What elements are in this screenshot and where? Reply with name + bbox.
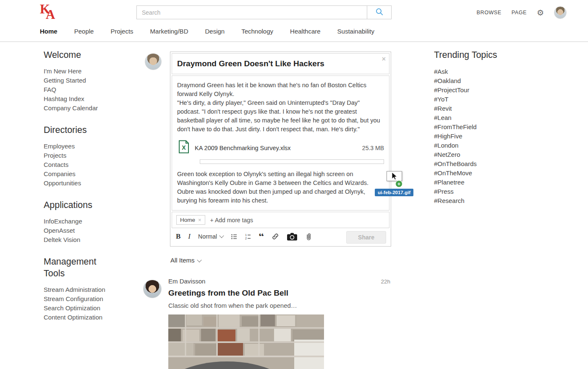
sidebar-item-hashtag-index[interactable]: Hashtag Index <box>44 94 142 104</box>
tag-remove-icon[interactable]: × <box>198 217 201 223</box>
composer-paragraph: "He's dirty, a dirty player," Green said… <box>177 99 384 134</box>
trending-topic[interactable]: #Research <box>434 196 560 205</box>
trending-topic[interactable]: #ProjectTour <box>434 86 560 95</box>
trending-topic[interactable]: #HighFive <box>434 132 560 141</box>
sidebar-item-projects[interactable]: Projects <box>44 151 142 160</box>
page: K A BROWSE PAGE ⚙ Home People Projects M… <box>0 0 588 369</box>
user-avatar[interactable] <box>554 6 567 19</box>
close-icon[interactable]: × <box>382 56 386 62</box>
add-file-plus-icon: + <box>395 180 402 187</box>
composer-toolbar: B I Normal 12 “ Share <box>172 228 389 245</box>
trending-topic[interactable]: #FromTheField <box>434 122 560 132</box>
paperclip-icon[interactable] <box>305 233 312 241</box>
search-button[interactable] <box>367 6 391 19</box>
post-photo[interactable] <box>168 314 324 369</box>
camera-icon[interactable] <box>287 233 298 241</box>
nav-item-sustainability[interactable]: Sustainability <box>337 28 374 35</box>
sidebar-section-directories: Employees Projects Contacts Companies Op… <box>44 142 142 188</box>
sidebar-heading-management-tools: Management Tools <box>44 256 111 280</box>
sidebar-item-stream-configuration[interactable]: Stream Configuration <box>44 294 142 304</box>
trending-topic[interactable]: #Planetree <box>434 178 560 187</box>
bullet-list-icon[interactable] <box>231 234 237 240</box>
left-sidebar: Welcome I'm New Here Getting Started FAQ… <box>44 49 142 334</box>
post-timestamp: 22h <box>381 278 390 285</box>
tag-chip-home[interactable]: Home × <box>176 215 205 225</box>
format-dropdown[interactable]: Normal <box>198 233 223 240</box>
sidebar-item-content-optimization[interactable]: Content Optimization <box>44 313 142 322</box>
drag-filename-label: ui-feb-2017.gif <box>375 189 413 196</box>
sidebar-item-opportunities[interactable]: Opportunities <box>44 179 142 188</box>
file-attachment: X KA 2009 Benchmarking Survey.xlsx 25.3 … <box>178 140 384 164</box>
nav-item-people[interactable]: People <box>74 28 94 35</box>
nav-item-projects[interactable]: Projects <box>110 28 133 35</box>
sidebar-item-search-optimization[interactable]: Search Optimization <box>44 304 142 313</box>
blockquote-icon[interactable]: “ <box>259 234 264 239</box>
nav-item-home[interactable]: Home <box>40 28 57 35</box>
share-button[interactable]: Share <box>346 231 386 244</box>
feed-filter-label: All Items <box>170 257 195 264</box>
trending-topic[interactable]: #YoT <box>434 95 560 104</box>
sidebar-heading-welcome: Welcome <box>44 49 111 61</box>
post-title[interactable]: Greetings from the Old Pac Bell <box>168 288 390 298</box>
trending-topic[interactable]: #Revit <box>434 104 560 113</box>
composer-title-field[interactable]: Draymond Green Doesn't Like Hackers × <box>172 53 389 74</box>
top-header: K A BROWSE PAGE ⚙ Home People Projects M… <box>0 0 588 42</box>
page-menu[interactable]: PAGE <box>512 10 527 16</box>
trending-topic[interactable]: #Oakland <box>434 76 560 86</box>
svg-text:1: 1 <box>245 234 247 236</box>
search-input[interactable] <box>137 6 367 19</box>
browse-menu[interactable]: BROWSE <box>477 10 502 16</box>
tag-label: Home <box>180 217 195 223</box>
trending-topic[interactable]: #OnTheMove <box>434 169 560 178</box>
trending-topics-panel: Trending Topics #Ask #Oakland #ProjectTo… <box>434 49 560 205</box>
attachment-filename[interactable]: KA 2009 Benchmarking Survey.xlsx <box>195 144 291 153</box>
composer-tags-row: Home × + Add more tags <box>172 212 389 228</box>
trending-topic[interactable]: #London <box>434 141 560 150</box>
sidebar-item-im-new-here[interactable]: I'm New Here <box>44 67 142 76</box>
composer-paragraph: Draymond Green has let it be known that … <box>177 81 384 99</box>
svg-text:2: 2 <box>245 237 247 240</box>
bold-button[interactable]: B <box>176 232 180 241</box>
nav-item-marketing-bd[interactable]: Marketing/BD <box>150 28 188 35</box>
sidebar-item-employees[interactable]: Employees <box>44 142 142 151</box>
trending-topic[interactable]: #NetZero <box>434 150 560 159</box>
post-composer: Draymond Green Doesn't Like Hackers × Dr… <box>170 52 391 247</box>
upload-progress-bar <box>200 159 384 164</box>
sidebar-item-companies[interactable]: Companies <box>44 169 142 179</box>
sidebar-item-deltek-vision[interactable]: Deltek Vision <box>44 235 142 244</box>
trending-topic[interactable]: #OnTheBoards <box>434 159 560 169</box>
link-icon[interactable] <box>272 233 279 240</box>
composer-avatar[interactable] <box>145 53 162 70</box>
feed-filter-dropdown[interactable]: All Items <box>170 257 201 264</box>
sidebar-item-stream-administration[interactable]: Stream Administration <box>44 285 142 294</box>
sidebar-heading-directories: Directories <box>44 125 111 136</box>
post-header: Em Davisson 22h <box>168 278 390 285</box>
gear-icon[interactable]: ⚙ <box>537 9 544 17</box>
post-author-name[interactable]: Em Davisson <box>168 278 205 285</box>
attachment-filesize: 25.3 MB <box>362 144 384 153</box>
italic-button[interactable]: I <box>188 232 191 241</box>
post-author-avatar[interactable] <box>143 280 162 298</box>
trending-title: Trending Topics <box>434 49 560 61</box>
chevron-down-icon <box>197 257 201 262</box>
trending-topics-list: #Ask #Oakland #ProjectTour #YoT #Revit #… <box>434 67 560 205</box>
add-tags-button[interactable]: + Add more tags <box>210 217 253 223</box>
sidebar-section-applications: InfoExchange OpenAsset Deltek Vision <box>44 217 142 244</box>
sidebar-item-infoexchange[interactable]: InfoExchange <box>44 217 142 226</box>
trending-topic[interactable]: #Ask <box>434 67 560 76</box>
sidebar-item-faq[interactable]: FAQ <box>44 85 142 94</box>
trending-topic[interactable]: #Lean <box>434 113 560 122</box>
trending-topic[interactable]: #Press <box>434 187 560 196</box>
sidebar-item-contacts[interactable]: Contacts <box>44 160 142 169</box>
nav-item-technology[interactable]: Technology <box>241 28 273 35</box>
search-icon <box>375 8 384 17</box>
nav-item-design[interactable]: Design <box>205 28 225 35</box>
company-logo[interactable]: K A <box>40 2 57 23</box>
sidebar-item-company-calendar[interactable]: Company Calendar <box>44 104 142 113</box>
sidebar-heading-applications: Applications <box>44 200 111 211</box>
sidebar-item-openasset[interactable]: OpenAsset <box>44 226 142 235</box>
composer-body-editor[interactable]: Draymond Green has let it be known that … <box>172 75 389 210</box>
numbered-list-icon[interactable]: 12 <box>245 234 251 240</box>
nav-item-healthcare[interactable]: Healthcare <box>290 28 321 35</box>
sidebar-item-getting-started[interactable]: Getting Started <box>44 76 142 85</box>
